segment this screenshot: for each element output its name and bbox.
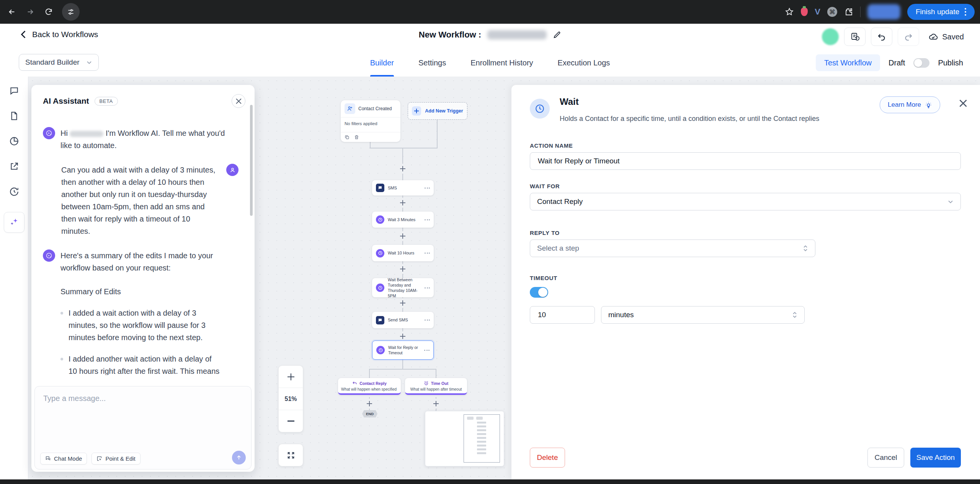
- wait-for-select[interactable]: Contact Reply: [530, 193, 961, 210]
- browser-profile-chip[interactable]: [867, 4, 900, 20]
- browser-reload-icon[interactable]: [44, 8, 53, 16]
- action-subtitle: Holds a Contact for a specific time, unt…: [560, 115, 819, 123]
- history-clock-icon[interactable]: [9, 187, 19, 197]
- learn-more-button[interactable]: Learn More: [880, 96, 940, 113]
- test-workflow-button[interactable]: Test Workflow: [816, 54, 880, 71]
- node-menu-icon[interactable]: [425, 219, 430, 220]
- tab-settings[interactable]: Settings: [418, 49, 446, 77]
- browser-tune-icon[interactable]: [62, 3, 80, 21]
- node-menu-icon[interactable]: [424, 350, 430, 351]
- trash-icon[interactable]: [354, 135, 359, 140]
- chat-message-input[interactable]: [35, 386, 251, 444]
- add-step-button[interactable]: [431, 399, 441, 409]
- minimap-viewport[interactable]: [464, 414, 500, 463]
- zoom-controls: 51%: [278, 365, 303, 432]
- main-area: Contact Created No filters applied Add N…: [0, 77, 980, 479]
- tab-enrollment-history[interactable]: Enrollment History: [470, 49, 533, 77]
- add-step-button[interactable]: [398, 264, 408, 274]
- user-name-redacted: [70, 131, 103, 137]
- branch-title: Contact Reply: [359, 381, 387, 386]
- connector-line: [369, 369, 436, 370]
- wait-for-label: WAIT FOR: [530, 183, 560, 189]
- extensions-puzzle-icon[interactable]: [844, 7, 853, 16]
- extension-v-icon[interactable]: V: [815, 7, 820, 17]
- add-step-button[interactable]: [398, 331, 408, 341]
- delete-button[interactable]: Delete: [530, 448, 565, 468]
- bookmark-star-icon[interactable]: [785, 7, 794, 16]
- chevron-down-icon: [947, 199, 954, 205]
- node-menu-icon[interactable]: [425, 287, 430, 288]
- branch-contact-reply[interactable]: Contact Reply What will happen when spec…: [338, 378, 401, 395]
- document-icon[interactable]: [9, 111, 19, 121]
- stepper-icon: [803, 245, 808, 252]
- zoom-in-button[interactable]: [279, 366, 303, 388]
- timeout-value[interactable]: [537, 310, 588, 319]
- timeout-value-input[interactable]: [530, 306, 595, 324]
- edit-title-icon[interactable]: [553, 31, 561, 39]
- fit-view-button[interactable]: [278, 444, 303, 466]
- copy-icon[interactable]: [345, 135, 350, 140]
- finish-update-button[interactable]: Finish update: [907, 4, 975, 20]
- browser-menu-icon[interactable]: [965, 8, 966, 16]
- zoom-out-button[interactable]: [279, 410, 303, 432]
- add-step-button[interactable]: [398, 164, 408, 174]
- trigger-card-contact-created[interactable]: Contact Created No filters applied: [341, 100, 400, 142]
- ai-assistant-rail-button[interactable]: [4, 212, 24, 233]
- browser-forward-icon[interactable]: [26, 8, 34, 16]
- arrow-up-icon: [236, 455, 242, 461]
- node-sms[interactable]: SMS: [372, 180, 434, 196]
- node-wait-between-days[interactable]: Wait Between Tuesday and Thursday 10AM-5…: [372, 278, 434, 297]
- timeout-toggle[interactable]: [530, 287, 548, 298]
- plus-icon: [287, 373, 294, 380]
- add-step-button[interactable]: [364, 399, 374, 409]
- extension-berry-icon[interactable]: [801, 8, 808, 16]
- cancel-button[interactable]: Cancel: [867, 448, 904, 468]
- node-wait-3-minutes[interactable]: Wait 3 Minutes: [372, 212, 434, 228]
- node-send-sms[interactable]: Send SMS: [372, 312, 434, 328]
- action-title: Wait: [560, 96, 579, 107]
- save-action-button[interactable]: Save Action: [910, 448, 961, 468]
- send-message-button[interactable]: [232, 451, 246, 464]
- add-new-trigger-label: Add New Trigger: [425, 108, 463, 114]
- reply-icon: [352, 381, 357, 386]
- add-new-trigger-button[interactable]: Add New Trigger: [408, 102, 467, 120]
- sms-icon: [376, 316, 384, 324]
- expand-icon: [287, 451, 295, 460]
- add-step-button[interactable]: [398, 231, 408, 241]
- bullet-dot: [60, 312, 63, 315]
- point-edit-chip[interactable]: Point & Edit: [91, 453, 140, 464]
- external-link-icon[interactable]: [9, 161, 19, 171]
- branch-time-out[interactable]: Time Out What will happen after timeout: [405, 378, 467, 395]
- panel-close-button[interactable]: [959, 99, 967, 107]
- redo-button[interactable]: [898, 28, 919, 46]
- action-name-label: ACTION NAME: [530, 142, 573, 149]
- stats-pie-icon[interactable]: [9, 136, 19, 146]
- timeout-unit-select[interactable]: minutes: [601, 306, 805, 324]
- tab-execution-logs[interactable]: Execution Logs: [558, 49, 610, 77]
- action-name-value[interactable]: [537, 156, 954, 166]
- browser-separator: [860, 7, 861, 17]
- ai-summary-message: Here's a summary of the edits I made to …: [38, 249, 243, 375]
- reply-to-select[interactable]: Select a step: [530, 240, 815, 257]
- node-wait-for-reply-or-timeout[interactable]: Wait for Reply or Timeout: [372, 341, 434, 360]
- action-name-input[interactable]: [530, 152, 961, 170]
- undo-button[interactable]: [871, 28, 892, 46]
- chat-scrollbar[interactable]: [250, 105, 253, 216]
- browser-back-icon[interactable]: [8, 8, 16, 16]
- node-menu-icon[interactable]: [425, 253, 430, 254]
- node-menu-icon[interactable]: [425, 187, 430, 189]
- node-wait-10-hours[interactable]: Wait 10 Hours: [372, 245, 434, 261]
- comments-icon[interactable]: [9, 86, 19, 96]
- publish-toggle[interactable]: [913, 58, 929, 68]
- node-menu-icon[interactable]: [425, 319, 430, 321]
- avatar[interactable]: [822, 28, 839, 45]
- tab-builder[interactable]: Builder: [370, 49, 394, 77]
- chat-mode-chip[interactable]: Chat Mode: [40, 453, 87, 464]
- extension-command-icon[interactable]: ⌘: [827, 7, 837, 17]
- version-history-button[interactable]: [844, 28, 866, 46]
- sms-icon: [376, 184, 384, 192]
- add-step-button[interactable]: [398, 198, 408, 208]
- canvas-minimap[interactable]: [425, 411, 504, 466]
- ai-panel-close-button[interactable]: [232, 94, 245, 108]
- add-step-button[interactable]: [398, 298, 408, 308]
